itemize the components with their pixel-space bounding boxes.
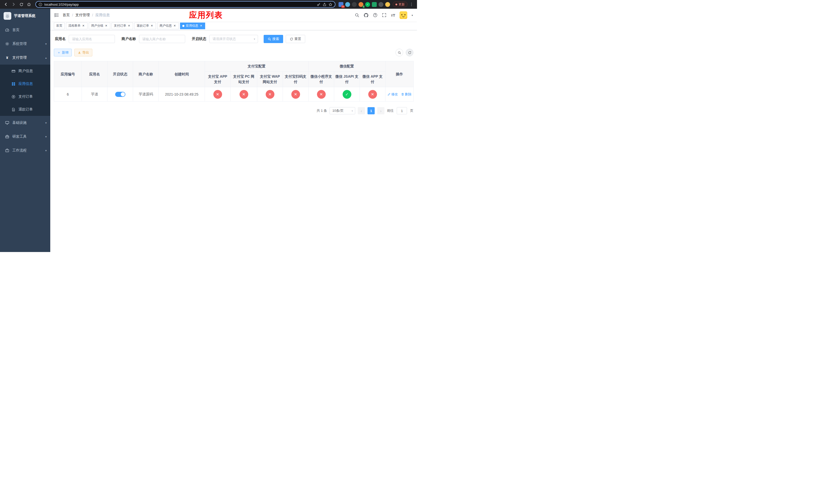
tag-close-icon[interactable]: ✕ — [173, 24, 176, 28]
extension-drop-icon[interactable] — [345, 2, 350, 7]
extension-wechat-icon[interactable]: ✓ — [365, 2, 370, 7]
sidebar-item-merchant-info[interactable]: 商户信息 — [0, 65, 50, 77]
col-alipay-qr: 支付宝扫码支付 — [283, 71, 308, 87]
tag-user-group[interactable]: 用户分组 ✕ — [89, 23, 110, 29]
browser-update-button[interactable]: 更新 — [393, 2, 408, 7]
browser-back-icon[interactable] — [3, 1, 9, 8]
extension-badge: 10 — [341, 5, 345, 8]
sidebar-item-refund-orders[interactable]: 退款订单 — [0, 103, 50, 116]
toggle-knob — [121, 92, 125, 96]
password-key-icon[interactable] — [317, 3, 321, 6]
page-number-button[interactable]: 1 — [368, 107, 375, 114]
screen: localhost:1024/pay/app 10 1 ✓ 更新 — [0, 0, 417, 252]
status-select[interactable]: 请选择开启状态 ▾ — [209, 35, 258, 43]
status-icon: ✓ — [343, 90, 351, 99]
edit-link-label: 修改 — [391, 92, 398, 97]
sidebar-item-home[interactable]: 首页 — [0, 23, 50, 37]
tag-app-info-active[interactable]: 应用信息 ✕ — [180, 23, 205, 29]
merchant-name-input[interactable] — [139, 35, 185, 43]
extension-badge-green: 1 — [363, 5, 365, 8]
cell-app-name: 芋道 — [82, 87, 107, 101]
toggle-search-icon[interactable] — [395, 49, 403, 56]
prev-page-button[interactable]: ‹ — [358, 107, 365, 114]
search-icon[interactable] — [355, 13, 359, 18]
tag-close-icon[interactable]: ✕ — [150, 24, 154, 28]
col-create-time: 创建时间 — [159, 61, 205, 87]
extension-emoji-icon[interactable] — [385, 2, 390, 7]
sidebar-item-system[interactable]: 系统管理 ▾ — [0, 37, 50, 51]
extension-pin-icon[interactable] — [378, 2, 383, 7]
col-group-wechat: 微信配置 — [308, 61, 386, 71]
sidebar-item-label: 支付订单 — [19, 94, 33, 99]
share-icon[interactable] — [323, 3, 327, 6]
tag-close-icon[interactable]: ✕ — [104, 24, 108, 28]
extension-green-square-icon[interactable] — [372, 2, 377, 7]
chevron-down-icon: ▾ — [352, 110, 353, 112]
row-status-toggle[interactable] — [115, 92, 126, 97]
navbar: 首页 / 支付管理 / 应用信息 应用列表 — [50, 9, 417, 22]
breadcrumb-payment[interactable]: 支付管理 — [75, 13, 90, 18]
search-form: 应用名 商户名称 开启状态 请选择开启状态 ▾ 搜索 重置 — [54, 35, 413, 43]
tag-close-icon[interactable]: ✕ — [127, 24, 131, 28]
chevron-down-icon: ▾ — [45, 121, 47, 124]
sidebar-item-dev-tools[interactable]: 研发工具 ▾ — [0, 130, 50, 143]
payment-submenu: 商户信息 应用信息 支付订单 — [0, 65, 50, 116]
app-name-input[interactable] — [69, 35, 115, 43]
cell-alipay-app: ✕ — [205, 87, 231, 101]
tag-process-form[interactable]: 流程表单 ✕ — [66, 23, 87, 29]
tag-close-icon[interactable]: ✕ — [82, 24, 85, 28]
tag-close-icon[interactable]: ✕ — [199, 24, 203, 28]
sidebar-item-label: 支付管理 — [12, 55, 27, 60]
pagination: 共 1 条 10条/页 ▾ ‹ 1 › 前往 页 — [54, 107, 413, 114]
sidebar-item-payment[interactable]: ¥ 支付管理 ▴ — [0, 51, 50, 65]
page-size-select[interactable]: 10条/页 ▾ — [330, 107, 355, 114]
browser-forward-icon[interactable] — [10, 1, 17, 8]
avatar-dropdown-caret-icon[interactable]: ▾ — [412, 14, 413, 17]
search-button[interactable]: 搜索 — [264, 35, 283, 43]
browser-reload-icon[interactable] — [18, 1, 25, 8]
user-avatar[interactable] — [399, 11, 407, 19]
address-bar[interactable]: localhost:1024/pay/app — [36, 1, 335, 8]
help-icon[interactable] — [373, 13, 377, 18]
tag-payment-orders[interactable]: 支付订单 ✕ — [112, 23, 133, 29]
export-button[interactable]: 导出 — [74, 49, 92, 56]
github-icon[interactable] — [364, 13, 369, 18]
sidebar-item-payment-orders[interactable]: 支付订单 — [0, 90, 50, 103]
tag-refund-orders[interactable]: 退款订单 ✕ — [134, 23, 156, 29]
sidebar-logo[interactable]: 芋道管理系统 — [0, 9, 50, 23]
fullscreen-icon[interactable] — [382, 13, 387, 18]
extension-icon[interactable]: 10 — [338, 2, 344, 7]
extension-orange-icon[interactable]: 1 — [358, 2, 364, 7]
url-text[interactable]: localhost:1024/pay/app — [44, 3, 79, 6]
col-app-name: 应用名 — [82, 61, 107, 87]
browser-home-icon[interactable] — [26, 1, 32, 8]
delete-link[interactable]: 删除 — [401, 92, 412, 97]
merchant-name-label: 商户名称 — [122, 37, 136, 41]
sidebar-item-infrastructure[interactable]: 基础设施 ▾ — [0, 116, 50, 130]
sidebar-toggle-icon[interactable] — [54, 13, 59, 18]
tag-home[interactable]: 首页 — [54, 23, 65, 29]
col-wx-app: 微信 APP 支付 — [360, 71, 386, 87]
chevron-down-icon: ▾ — [45, 149, 47, 152]
sidebar-item-workflow[interactable]: 工作流程 ▾ — [0, 143, 50, 157]
goto-page-input[interactable] — [397, 107, 407, 114]
reset-button[interactable]: 重置 — [286, 35, 305, 43]
site-info-icon[interactable] — [39, 3, 42, 6]
refresh-table-icon[interactable] — [406, 49, 413, 56]
next-page-button[interactable]: › — [377, 107, 385, 114]
font-size-icon[interactable]: ᴛT — [391, 13, 395, 18]
browser-menu-icon[interactable]: ⋮ — [409, 2, 414, 7]
app-title: 芋道管理系统 — [14, 14, 36, 18]
extension-dark-icon[interactable] — [352, 2, 357, 7]
bookmark-star-icon[interactable] — [329, 3, 332, 6]
breadcrumb: 首页 / 支付管理 / 应用信息 — [63, 13, 110, 18]
edit-link[interactable]: 修改 — [388, 92, 398, 97]
tag-merchant-info[interactable]: 商户信息 ✕ — [157, 23, 179, 29]
app-table: 应用编号 应用名 开启状态 商户名称 创建时间 支付宝配置 微信配置 操作 支付… — [54, 61, 413, 101]
avatar-eye — [401, 14, 402, 15]
add-button[interactable]: ＋ 新增 — [54, 49, 72, 56]
sidebar-item-app-info[interactable]: 应用信息 — [0, 77, 50, 90]
page-title: 应用列表 — [189, 10, 223, 21]
sidebar: 芋道管理系统 首页 系统管理 ▾ ¥ 支付管理 ▴ — [0, 9, 50, 252]
breadcrumb-home[interactable]: 首页 — [63, 13, 70, 18]
